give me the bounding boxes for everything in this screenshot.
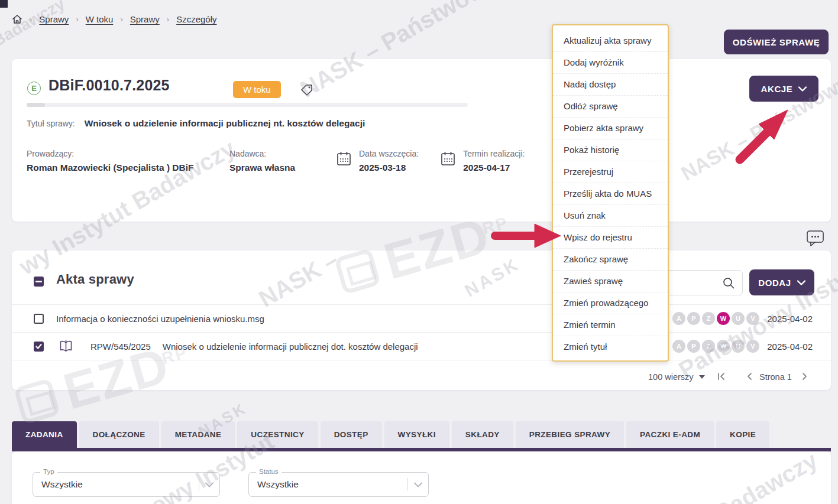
menu-item-zmien-tytul[interactable]: Zmień tytuł	[553, 336, 668, 357]
meta-label: Data wszczęcia:	[359, 149, 419, 158]
status-filter-label: Status	[256, 468, 282, 475]
menu-item-pobierz-akta-sprawy[interactable]: Pobierz akta sprawy	[553, 118, 668, 139]
files-section-title: Akta sprawy	[56, 272, 134, 287]
menu-item-odloz-sprawe[interactable]: Odłóż sprawę	[553, 96, 668, 118]
menu-item-pokaz-historie[interactable]: Pokaż historię	[553, 139, 668, 161]
stage-badges: A P Z W U V	[672, 340, 759, 353]
breadcrumb-separator: ›	[76, 15, 78, 24]
page-label: Strona 1	[759, 372, 792, 382]
stage-badge: Z	[702, 312, 715, 325]
menu-item-zakoncz-sprawe[interactable]: Zakończ sprawę	[553, 249, 668, 271]
case-header-card: E DBiF.0010.7.2025 W toku Tytuł sprawy: …	[12, 59, 831, 222]
stage-badges: A P Z W U V	[672, 312, 759, 325]
chevron-down-icon	[199, 482, 219, 487]
select-all-checkbox[interactable]	[34, 277, 44, 287]
breadcrumb-separator: ›	[30, 15, 32, 24]
stage-badge: A	[672, 340, 685, 353]
breadcrumb-separator: ›	[167, 15, 169, 24]
rows-per-page-select[interactable]: 100 wierszy	[648, 372, 705, 382]
type-filter-select[interactable]: Typ Wszystkie	[33, 472, 220, 497]
meta-value: 2025-04-17	[463, 162, 525, 173]
corner-fragment	[0, 0, 8, 8]
file-name[interactable]: Wniosek o udzielenie informacji publiczn…	[163, 342, 418, 352]
tab-kopie[interactable]: KOPIE	[716, 421, 769, 448]
tab-paczki-e-adm[interactable]: PACZKI E-ADM	[626, 421, 714, 448]
calendar-icon	[336, 149, 352, 173]
row-checkbox[interactable]	[34, 314, 44, 324]
stage-badge: A	[672, 312, 685, 325]
refresh-case-button[interactable]: ODŚWIEŻ SPRAWĘ	[724, 30, 829, 54]
status-badge: W toku	[233, 81, 281, 98]
menu-item-wpisz-do-rejestru[interactable]: Wpisz do rejestru	[553, 227, 668, 249]
meta-value: Roman Mazowiecki (Specjalista ) DBiF	[27, 162, 194, 173]
breadcrumb-szczegoly[interactable]: Szczegóły	[176, 14, 216, 24]
menu-item-przerejestruj[interactable]: Przerejestruj	[553, 161, 668, 183]
comments-icon[interactable]	[806, 230, 824, 249]
case-title-label: Tytuł sprawy:	[27, 119, 75, 128]
chevron-down-icon	[797, 280, 805, 285]
stage-badge: P	[687, 312, 700, 325]
type-filter-label: Typ	[40, 468, 57, 475]
menu-item-usun-znak[interactable]: Usuń znak	[553, 205, 668, 227]
tab-metadane[interactable]: METADANE	[161, 421, 235, 448]
meta-value: 2025-03-18	[359, 162, 419, 173]
actions-button[interactable]: AKCJE	[749, 76, 818, 102]
status-filter-select[interactable]: Status Wszystkie	[248, 472, 429, 497]
tab-sklady[interactable]: SKŁADY	[452, 421, 513, 448]
row-checkbox[interactable]	[34, 342, 44, 352]
next-page-icon[interactable]	[800, 372, 809, 382]
previous-page-icon[interactable]	[745, 372, 755, 382]
menu-item-przeslij-akta-do-muas[interactable]: Prześlij akta do MUAS	[553, 183, 668, 205]
type-filter-value: Wszystkie	[33, 479, 199, 490]
caret-down-icon	[699, 375, 705, 379]
first-page-icon[interactable]	[717, 372, 726, 382]
chevron-down-icon	[798, 86, 807, 92]
menu-item-aktualizuj-akta-sprawy[interactable]: Aktualizuj akta sprawy	[553, 30, 668, 52]
add-button[interactable]: DODAJ	[749, 269, 814, 295]
menu-item-zmien-prowadzacego[interactable]: Zmień prowadzącego	[553, 292, 668, 314]
meta-label: Prowadzący:	[27, 149, 194, 158]
tab-zadania[interactable]: ZADANIA	[12, 421, 77, 448]
menu-item-zmien-termin[interactable]: Zmień termin	[553, 314, 668, 336]
file-row[interactable]: RPW/545/2025 Wniosek o udzielenie inform…	[12, 333, 831, 360]
meta-label: Nadawca:	[229, 149, 295, 158]
tab-uczestnicy[interactable]: UCZESTNICY	[237, 421, 318, 448]
menu-item-nadaj-dostep[interactable]: Nadaj dostęp	[553, 74, 668, 96]
tasks-panel: Typ Wszystkie Status Wszystkie	[12, 451, 831, 504]
case-title-value: Wniosek o udzielenie informacji publiczn…	[85, 118, 365, 129]
file-row[interactable]: Informacja o konieczności uzupełnienia w…	[12, 305, 831, 333]
chevron-down-icon	[408, 482, 428, 487]
stage-badge: Z	[702, 340, 715, 353]
tab-dostep[interactable]: DOSTĘP	[321, 421, 382, 448]
home-icon[interactable]	[12, 14, 22, 24]
pagination: 100 wierszy Strona 1	[12, 366, 831, 388]
stage-badge-active: W	[717, 312, 730, 325]
stage-badge: V	[746, 312, 759, 325]
tab-underline	[12, 448, 831, 451]
breadcrumb-sprawy[interactable]: Sprawy	[39, 14, 69, 24]
breadcrumb-w-toku[interactable]: W toku	[86, 14, 114, 24]
breadcrumb-sprawy-2[interactable]: Sprawy	[130, 14, 160, 24]
tab-przebieg-sprawy[interactable]: PRZEBIEG SPRAWY	[516, 421, 624, 448]
tab-dolaczone[interactable]: DOŁĄCZONE	[79, 421, 159, 448]
case-files-card: Akta sprawy DODAJ Informacja o konieczno…	[12, 251, 831, 390]
case-type-badge: E	[27, 82, 41, 95]
stage-badge: U	[732, 312, 745, 325]
file-name[interactable]: Informacja o konieczności uzupełnienia w…	[56, 314, 264, 324]
book-icon	[59, 340, 73, 353]
breadcrumb: › Sprawy › W toku › Sprawy › Szczegóły	[12, 14, 217, 24]
breadcrumb-separator: ›	[120, 15, 122, 24]
file-ref[interactable]: RPW/545/2025	[90, 342, 151, 352]
menu-item-dodaj-wyroznik[interactable]: Dodaj wyróżnik	[553, 52, 668, 74]
menu-item-zawies-sprawe[interactable]: Zawieś sprawę	[553, 271, 668, 292]
case-number: DBiF.0010.7.2025	[48, 77, 170, 94]
actions-dropdown-menu: Aktualizuj akta sprawy Dodaj wyróżnik Na…	[552, 24, 669, 362]
stage-badge: W	[717, 340, 730, 353]
search-icon[interactable]	[722, 277, 742, 290]
stage-badge: V	[746, 340, 759, 353]
status-filter-value: Wszystkie	[249, 479, 407, 490]
meta-label: Termin realizacji:	[463, 149, 525, 158]
tag-icon[interactable]	[300, 83, 314, 100]
tab-wysylki[interactable]: WYSYŁKI	[384, 421, 449, 448]
watermark: Badawczy	[0, 0, 68, 51]
